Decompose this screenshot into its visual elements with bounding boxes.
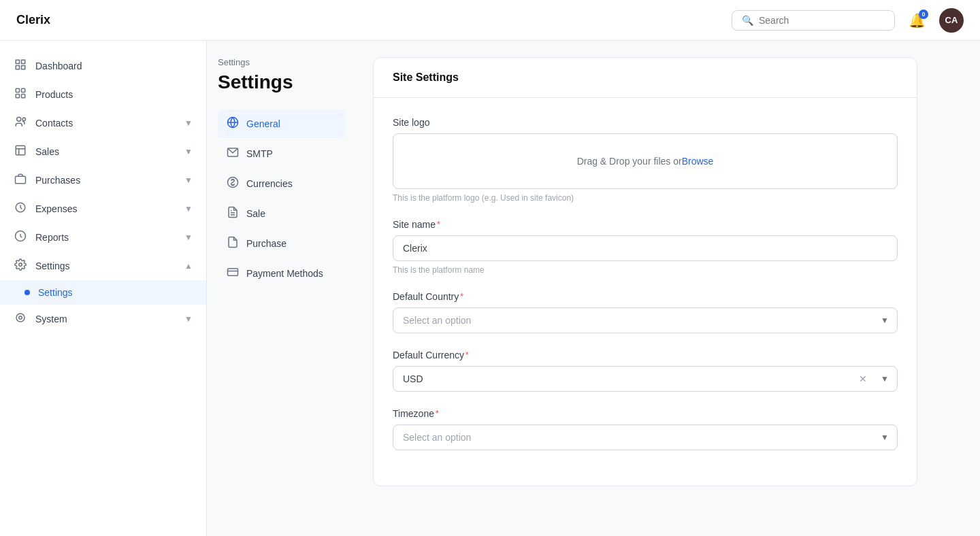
svg-rect-4 bbox=[16, 88, 19, 92]
sidebar-item-system[interactable]: System ▼ bbox=[0, 305, 206, 333]
sidebar-item-contacts[interactable]: Contacts ▼ bbox=[0, 109, 206, 137]
svg-rect-1 bbox=[22, 60, 25, 63]
settings-sub-indicator bbox=[24, 290, 30, 295]
settings-layout: Settings Settings General SMTP bbox=[207, 41, 980, 536]
default-currency-select[interactable]: USD ✕ ▼ bbox=[393, 366, 898, 392]
svg-rect-11 bbox=[16, 176, 26, 184]
settings-nav-sale[interactable]: Sale bbox=[218, 199, 346, 228]
timezone-value: Select an option bbox=[393, 425, 872, 450]
svg-point-13 bbox=[19, 263, 22, 267]
site-name-hint: This is the platform name bbox=[393, 265, 898, 275]
currency-arrow-icon: ▼ bbox=[872, 367, 897, 390]
sidebar-item-settings[interactable]: Settings ▲ bbox=[0, 252, 206, 280]
sidebar-item-products[interactable]: Products bbox=[0, 80, 206, 109]
default-currency-required: * bbox=[466, 350, 469, 360]
site-name-required: * bbox=[437, 220, 440, 229]
smtp-icon bbox=[226, 146, 240, 161]
sidebar-label-products: Products bbox=[35, 89, 193, 100]
currency-clear-icon[interactable]: ✕ bbox=[853, 367, 872, 391]
sidebar-label-expenses: Expenses bbox=[35, 203, 176, 214]
svg-point-14 bbox=[19, 316, 22, 320]
default-currency-value: USD bbox=[393, 367, 853, 391]
svg-point-8 bbox=[17, 117, 21, 121]
settings-icon bbox=[14, 258, 27, 273]
site-name-input[interactable] bbox=[393, 235, 898, 261]
sidebar-item-purchases[interactable]: Purchases ▼ bbox=[0, 166, 206, 195]
settings-arrow-icon: ▲ bbox=[184, 261, 193, 271]
site-logo-dropzone[interactable]: Drag & Drop your files or Browse bbox=[393, 133, 898, 189]
settings-nav-purchase[interactable]: Purchase bbox=[218, 229, 346, 258]
default-country-select[interactable]: Select an option ▼ bbox=[393, 307, 898, 333]
svg-point-15 bbox=[16, 314, 24, 322]
sales-arrow-icon: ▼ bbox=[184, 147, 193, 156]
site-logo-field: Site logo Drag & Drop your files or Brow… bbox=[393, 117, 898, 203]
search-box[interactable]: 🔍 bbox=[732, 10, 895, 31]
svg-rect-5 bbox=[22, 88, 25, 92]
default-country-arrow-icon: ▼ bbox=[872, 309, 897, 332]
reports-arrow-icon: ▼ bbox=[184, 233, 193, 242]
notification-badge: 0 bbox=[919, 10, 928, 19]
svg-rect-10 bbox=[16, 146, 25, 155]
avatar[interactable]: CA bbox=[939, 8, 964, 33]
general-icon bbox=[226, 116, 240, 131]
svg-rect-7 bbox=[22, 95, 25, 98]
sidebar-label-system: System bbox=[35, 314, 176, 324]
settings-nav-label-purchase: Purchase bbox=[246, 238, 287, 249]
purchases-arrow-icon: ▼ bbox=[184, 175, 193, 185]
site-name-label: Site name * bbox=[393, 219, 898, 230]
sidebar-label-sales: Sales bbox=[35, 146, 176, 157]
settings-nav-label-sale: Sale bbox=[246, 208, 265, 219]
settings-nav-label-smtp: SMTP bbox=[246, 148, 273, 159]
sidebar-label-settings-sub: Settings bbox=[38, 287, 193, 298]
contacts-icon bbox=[14, 116, 27, 131]
sidebar-item-dashboard[interactable]: Dashboard bbox=[0, 52, 206, 80]
default-currency-label: Default Currency * bbox=[393, 350, 898, 361]
settings-nav-currencies[interactable]: Currencies bbox=[218, 169, 346, 198]
notification-button[interactable]: 🔔 0 bbox=[906, 10, 928, 31]
app-logo: Clerix bbox=[16, 13, 50, 27]
sidebar-item-settings-sub[interactable]: Settings bbox=[0, 280, 206, 305]
settings-nav-panel: Settings Settings General SMTP bbox=[207, 41, 357, 536]
svg-rect-22 bbox=[228, 269, 238, 276]
dashboard-icon bbox=[14, 58, 27, 73]
main-area: Settings Settings General SMTP bbox=[207, 41, 980, 536]
system-icon bbox=[14, 312, 27, 326]
browse-link[interactable]: Browse bbox=[682, 156, 714, 167]
sidebar-label-dashboard: Dashboard bbox=[35, 61, 193, 71]
system-arrow-icon: ▼ bbox=[184, 314, 193, 324]
topnav-right: 🔍 🔔 0 CA bbox=[732, 8, 964, 33]
sidebar-label-contacts: Contacts bbox=[35, 118, 176, 129]
settings-form-panel: Site Settings Site logo Drag & Drop your… bbox=[357, 41, 980, 536]
site-settings-body: Site logo Drag & Drop your files or Brow… bbox=[374, 98, 917, 486]
settings-nav-payment-methods[interactable]: Payment Methods bbox=[218, 259, 346, 288]
expenses-icon bbox=[14, 201, 27, 216]
site-settings-card: Site Settings Site logo Drag & Drop your… bbox=[373, 57, 917, 486]
contacts-arrow-icon: ▼ bbox=[184, 118, 193, 128]
settings-nav-label-general: General bbox=[246, 118, 280, 129]
default-country-value: Select an option bbox=[393, 308, 872, 333]
default-country-field: Default Country * Select an option ▼ bbox=[393, 291, 898, 333]
layout: Dashboard Products Contacts ▼ Sales ▼ bbox=[0, 41, 980, 536]
site-logo-hint: This is the platform logo (e.g. Used in … bbox=[393, 193, 898, 203]
timezone-required: * bbox=[436, 409, 439, 418]
svg-rect-2 bbox=[16, 66, 19, 69]
sale-icon bbox=[226, 206, 240, 221]
settings-nav-general[interactable]: General bbox=[218, 110, 346, 138]
timezone-label: Timezone * bbox=[393, 408, 898, 419]
settings-nav-smtp[interactable]: SMTP bbox=[218, 139, 346, 168]
sidebar-item-expenses[interactable]: Expenses ▼ bbox=[0, 195, 206, 223]
sidebar-label-reports: Reports bbox=[35, 232, 176, 243]
sales-icon bbox=[14, 144, 27, 159]
sidebar-item-sales[interactable]: Sales ▼ bbox=[0, 137, 206, 166]
purchase-icon bbox=[226, 236, 240, 251]
topnav: Clerix 🔍 🔔 0 CA bbox=[0, 0, 980, 41]
site-name-field: Site name * This is the platform name bbox=[393, 219, 898, 275]
search-input[interactable] bbox=[759, 15, 885, 26]
reports-icon bbox=[14, 230, 27, 245]
timezone-select[interactable]: Select an option ▼ bbox=[393, 424, 898, 450]
sidebar-item-reports[interactable]: Reports ▼ bbox=[0, 223, 206, 252]
currency-actions: ✕ ▼ bbox=[853, 367, 897, 391]
payment-methods-icon bbox=[226, 266, 240, 281]
search-icon: 🔍 bbox=[742, 15, 753, 26]
page-title: Settings bbox=[218, 71, 346, 93]
